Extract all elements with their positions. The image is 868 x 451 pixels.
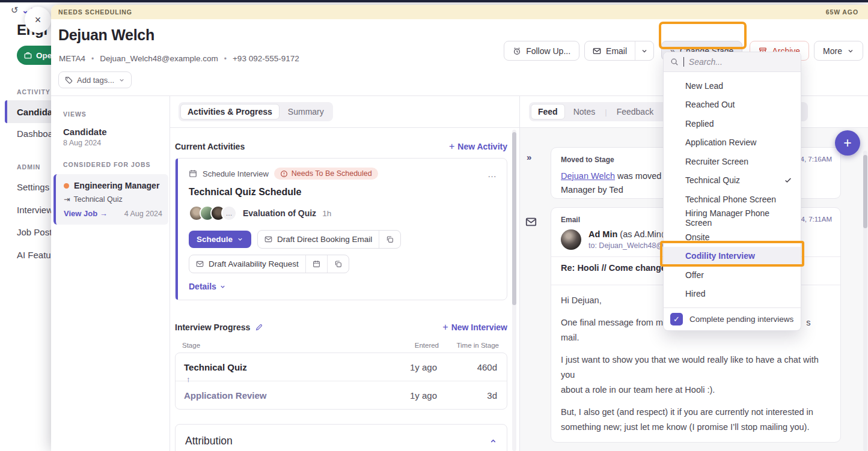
draft-availability-group: Draft Availability Request <box>189 255 349 273</box>
dropdown-item-reached-out[interactable]: Reached Out <box>664 95 801 115</box>
status-banner: NEEDS SCHEDULING 65W AGO <box>51 5 868 19</box>
candidate-email[interactable]: Dejuan_Welch48@example.com <box>100 54 218 63</box>
envelope-icon <box>264 235 272 243</box>
stage-name: Application Review <box>184 390 377 401</box>
view-job-link[interactable]: View Job → <box>64 209 108 218</box>
details-label: Details <box>189 282 216 291</box>
stage-entered: 1y ago <box>377 390 437 401</box>
activity-menu-button[interactable]: … <box>487 169 497 179</box>
view-name[interactable]: Candidate <box>63 127 170 137</box>
history-icon[interactable]: ↺ <box>11 5 19 16</box>
sidebar-item-candidates[interactable]: Candidat <box>5 100 55 123</box>
dropdown-footer: ✓ Complete pending interviews <box>664 307 801 330</box>
candidate-link[interactable]: Dejuan Welch <box>561 171 615 181</box>
calendar-icon <box>313 260 320 268</box>
chevron-down-icon <box>237 236 243 243</box>
sidebar-item-dashboards[interactable]: Dashboa <box>17 129 53 139</box>
follow-up-button[interactable]: Follow Up... <box>504 41 579 61</box>
availability-calendar-button[interactable] <box>305 255 327 273</box>
col-stage: Stage <box>182 342 379 349</box>
chevron-down-icon <box>641 47 648 55</box>
tab-activities-progress[interactable]: Activities & Progress <box>180 104 280 120</box>
dropdown-item-technical-quiz[interactable]: Technical Quiz <box>664 171 801 190</box>
email-paragraph: Whatever your answer is, I can’t wait to… <box>561 442 831 443</box>
sidebar-item-job-postings[interactable]: Job Posti <box>17 227 54 237</box>
feed-scrollbar-thumb[interactable] <box>863 155 867 228</box>
check-icon: ✓ <box>673 315 680 324</box>
tab-notes[interactable]: Notes <box>566 104 603 120</box>
schedule-button[interactable]: Schedule <box>189 231 251 248</box>
chevron-down-icon <box>118 77 125 83</box>
interviewer-avatars: … <box>189 205 237 221</box>
dropdown-item-onsite[interactable]: Onsite <box>664 228 801 247</box>
arrow-right-icon: → <box>100 209 108 218</box>
email-paragraph-line: something new; just let me know (I promi… <box>561 422 809 432</box>
dropdown-item-new-lead[interactable]: New Lead <box>664 76 801 95</box>
tab-feedback[interactable]: Feedback <box>610 104 661 120</box>
change-stage-dropdown: New Lead Reached Out Replied Application… <box>663 52 801 331</box>
progress-table: Technical Quiz 1y ago 460d ↑ Application… <box>175 353 507 410</box>
sender-avatar <box>561 229 581 250</box>
view-job-label: View Job <box>64 209 97 218</box>
dropdown-item-recruiter-screen[interactable]: Recruiter Screen <box>664 152 801 171</box>
middle-tabs: Activities & Progress Summary <box>170 96 519 128</box>
avatar-overflow[interactable]: … <box>221 205 237 221</box>
dropdown-item-hired[interactable]: Hired <box>664 285 801 304</box>
dropdown-item-offer[interactable]: Offer <box>664 265 801 285</box>
dropdown-item-codility-interview[interactable]: Codility Interview <box>664 247 801 266</box>
schedule-interview-card: Schedule Interview Needs To Be Scheduled… <box>175 158 507 300</box>
plus-icon: + <box>442 322 448 333</box>
tab-separator: | <box>604 107 608 117</box>
new-interview-button[interactable]: + New Interview <box>442 322 507 333</box>
middle-scrollbar-thumb[interactable] <box>512 132 516 305</box>
close-modal-button[interactable]: × <box>25 7 51 33</box>
chevron-down-icon <box>219 283 226 290</box>
dropdown-item-replied[interactable]: Replied <box>664 114 801 133</box>
email-dropdown-button[interactable] <box>635 41 653 60</box>
edit-pencil-icon[interactable] <box>255 323 263 331</box>
dropdown-item-technical-phone-screen[interactable]: Technical Phone Screen <box>664 190 801 209</box>
candidate-name: Dejuan Welch <box>58 26 154 44</box>
activities-content: Current Activities + New Activity Schedu… <box>170 128 519 451</box>
activities-column: Activities & Progress Summary Current Ac… <box>170 96 520 451</box>
stage-name: Technical Quiz <box>184 362 377 372</box>
draft-booking-button[interactable]: Draft Direct Booking Email <box>258 231 379 248</box>
schedule-label: Schedule <box>197 235 233 244</box>
bullet-separator: • <box>224 55 227 63</box>
tab-summary[interactable]: Summary <box>281 104 331 120</box>
considered-job-card[interactable]: Engineering Manager ⇥ Technical Quiz Vie… <box>53 174 168 225</box>
draft-booking-label: Draft Direct Booking Email <box>277 235 372 244</box>
sidebar-item-interviews[interactable]: Interview <box>17 205 53 215</box>
search-input[interactable] <box>689 57 794 67</box>
new-activity-button[interactable]: + New Activity <box>449 141 507 152</box>
check-icon <box>784 176 792 184</box>
add-tags-label: Add tags... <box>77 76 114 85</box>
close-icon: × <box>35 14 41 26</box>
needs-scheduled-label: Needs To Be Scheduled <box>292 169 372 178</box>
tab-feed[interactable]: Feed <box>531 104 565 120</box>
add-tags-button[interactable]: Add tags... <box>58 71 132 88</box>
app-window: ↺ ⌄ 2 M Engi Ope ACTIVITY Candidat Dashb… <box>0 0 868 451</box>
tag-icon <box>65 76 73 84</box>
dropdown-item-application-review[interactable]: Application Review <box>664 133 801 153</box>
table-row[interactable]: Technical Quiz 1y ago 460d <box>176 353 507 381</box>
more-button[interactable]: More <box>814 41 863 61</box>
sidebar-item-settings[interactable]: Settings <box>17 182 49 192</box>
copy-availability-button[interactable] <box>327 255 349 273</box>
considered-for-jobs-label: CONSIDERED FOR JOBS <box>63 161 170 168</box>
activity-type-label: Schedule Interview <box>203 169 269 178</box>
collapse-chevron-icon[interactable] <box>489 437 497 445</box>
email-button[interactable]: Email <box>585 41 635 60</box>
copy-booking-button[interactable] <box>379 231 400 248</box>
draft-availability-label: Draft Availability Request <box>209 259 299 268</box>
status-banner-age: 65W AGO <box>826 8 858 16</box>
details-toggle[interactable]: Details <box>189 282 497 291</box>
complete-pending-checkbox[interactable]: ✓ <box>670 313 683 325</box>
dropdown-item-hiring-manager-phone-screen[interactable]: Hiring Manager Phone Screen <box>664 209 801 228</box>
candidate-phone: +93 092-555-9172 <box>233 54 299 63</box>
draft-availability-button[interactable]: Draft Availability Request <box>189 255 305 273</box>
add-feed-item-button[interactable]: + <box>835 130 860 156</box>
complete-pending-label: Complete pending interviews <box>689 315 793 324</box>
table-row[interactable]: ↑ Application Review 1y ago 3d <box>176 381 507 409</box>
sidebar-item-ai-features[interactable]: AI Featur <box>17 250 54 260</box>
